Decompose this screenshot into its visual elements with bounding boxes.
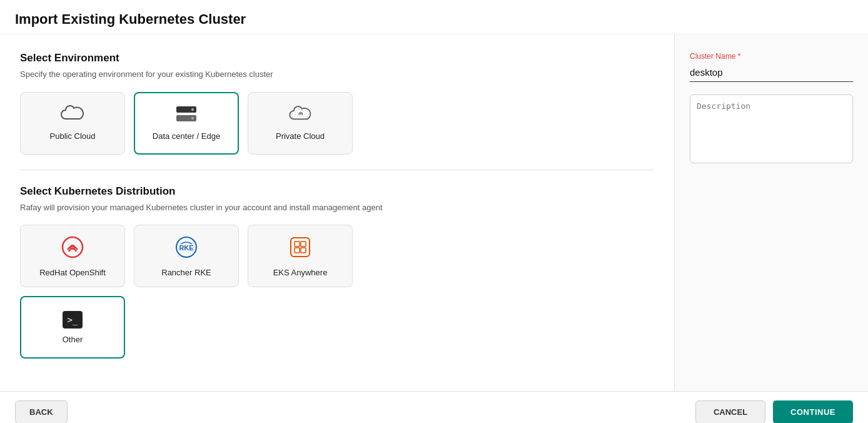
dist-card-rancher-label: Rancher RKE — [161, 268, 211, 277]
svg-rect-8 — [291, 238, 310, 257]
dist-card-other-label: Other — [63, 335, 83, 344]
private-cloud-icon — [288, 105, 313, 125]
select-distribution-title: Select Kubernetes Distribution — [20, 185, 654, 198]
dist-card-eks-anywhere[interactable]: EKS Anywhere — [248, 225, 353, 287]
page-header: Import Existing Kubernetes Cluster — [0, 0, 868, 34]
select-distribution-desc: Rafay will provision your managed Kubern… — [20, 201, 654, 214]
svg-point-3 — [191, 117, 194, 120]
svg-point-4 — [63, 237, 83, 257]
select-distribution-section: Select Kubernetes Distribution Rafay wil… — [20, 185, 654, 359]
select-environment-title: Select Environment — [20, 52, 654, 64]
distribution-card-grid: RedHat OpenShift RKE Rancher RKE — [20, 225, 654, 287]
right-panel: Cluster Name * — [674, 34, 868, 391]
svg-rect-9 — [295, 242, 300, 247]
cloud-icon — [60, 105, 85, 125]
svg-point-5 — [71, 245, 74, 249]
footer: BACK CANCEL CONTINUE — [0, 391, 868, 423]
select-environment-desc: Specify the operating environment for yo… — [20, 68, 654, 81]
description-textarea[interactable] — [690, 94, 853, 163]
continue-button[interactable]: CONTINUE — [773, 400, 853, 423]
env-card-data-center-label: Data center / Edge — [153, 131, 220, 141]
footer-right: CANCEL CONTINUE — [695, 400, 853, 423]
terminal-icon: >_ — [63, 311, 83, 329]
env-card-private-cloud-label: Private Cloud — [276, 131, 325, 141]
env-card-public-cloud[interactable]: Public Cloud — [20, 92, 125, 155]
dist-card-openshift-label: RedHat OpenShift — [39, 268, 106, 277]
env-card-data-center[interactable]: Data center / Edge — [134, 92, 239, 155]
rancher-icon: RKE — [174, 235, 198, 262]
environment-card-grid: Public Cloud Data center / Edge — [20, 92, 654, 155]
svg-rect-10 — [301, 242, 306, 247]
dist-card-eks-anywhere-label: EKS Anywhere — [273, 268, 328, 277]
dist-card-openshift[interactable]: RedHat OpenShift — [20, 225, 125, 287]
main-content: Select Environment Specify the operating… — [0, 34, 868, 391]
cluster-name-input[interactable] — [690, 64, 853, 82]
page-title: Import Existing Kubernetes Cluster — [15, 11, 853, 28]
cluster-name-label: Cluster Name * — [690, 52, 853, 61]
svg-point-2 — [191, 108, 194, 111]
eks-icon — [288, 235, 312, 262]
dist-card-rancher[interactable]: RKE Rancher RKE — [134, 225, 239, 287]
svg-text:RKE: RKE — [179, 244, 193, 252]
openshift-icon — [61, 235, 84, 262]
left-panel: Select Environment Specify the operating… — [0, 34, 674, 391]
distribution-card-grid-row2: >_ Other — [20, 296, 654, 359]
svg-rect-12 — [301, 248, 306, 253]
env-card-public-cloud-label: Public Cloud — [50, 131, 96, 141]
section-divider — [20, 170, 654, 170]
dist-card-other[interactable]: >_ Other — [20, 296, 125, 359]
svg-rect-11 — [295, 248, 300, 253]
env-card-private-cloud[interactable]: Private Cloud — [248, 92, 353, 155]
datacenter-icon — [175, 105, 198, 125]
cancel-button[interactable]: CANCEL — [695, 400, 765, 423]
select-environment-section: Select Environment Specify the operating… — [20, 52, 654, 155]
back-button[interactable]: BACK — [15, 400, 68, 423]
